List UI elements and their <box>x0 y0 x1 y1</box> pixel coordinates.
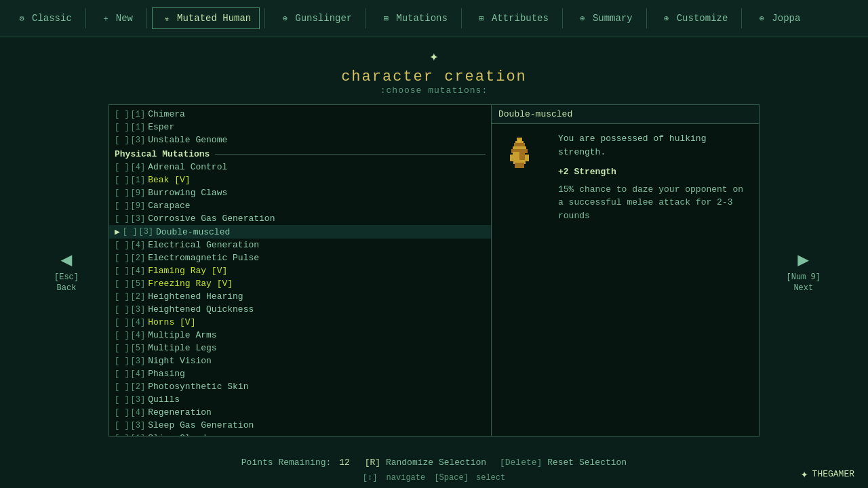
description-content: You are possessed of hulking strength. +… <box>492 124 759 230</box>
mutation-item-electrical_generation[interactable]: [ ][4]Electrical Generation <box>109 239 491 251</box>
checkbox: [ ] <box>115 331 130 340</box>
nav-item-summary[interactable]: ⊕Summary <box>568 7 642 29</box>
point-cost: [3] <box>131 395 146 405</box>
checkbox: [ ] <box>115 305 130 314</box>
point-cost: [3] <box>131 357 146 366</box>
nav-item-gunslinger[interactable]: ⊕Gunslinger <box>270 7 361 29</box>
mutation-item-multiple_legs[interactable]: [ ][5]Multiple Legs <box>109 342 491 354</box>
nav-label-mutated: Mutated Human <box>177 13 251 24</box>
nav-icon-new: ＋ <box>100 12 112 24</box>
point-cost: [2] <box>131 253 146 263</box>
point-cost: [5] <box>131 279 146 289</box>
mutation-item-sleep_gas_generation[interactable]: [ ][3]Sleep Gas Generation <box>109 419 491 432</box>
mutation-item-chimera[interactable]: [ ][1]Chimera <box>109 108 491 121</box>
checkbox: [ ] <box>115 176 130 185</box>
nav-icon-classic: ⚙ <box>16 12 28 24</box>
nav-divider-4 <box>461 8 462 28</box>
nav-divider-6 <box>646 8 647 28</box>
brand-icon: ✦ <box>801 466 808 481</box>
point-cost: [4] <box>131 369 146 379</box>
nav-icon-gunslinger: ⊕ <box>279 12 291 24</box>
mutation-name: Photosynthetic Skin <box>148 382 248 392</box>
svg-rect-9 <box>510 155 514 161</box>
point-cost: [9] <box>131 188 146 198</box>
back-nav[interactable]: ◀ [Esc] Back <box>54 248 79 293</box>
mutation-name: Night Vision <box>148 356 212 366</box>
points-value: 12 <box>339 458 350 468</box>
description-panel: Double-muscled <box>492 104 760 436</box>
mutation-item-double-muscled[interactable]: ▶[ ][3]Double-muscled <box>109 225 491 239</box>
top-navigation: ⚙Classic＋New☣Mutated Human⊕Gunslinger⊞Mu… <box>0 0 868 37</box>
nav-divider-5 <box>562 8 563 28</box>
mutation-item-adrenal_control[interactable]: [ ][4]Adrenal Control <box>109 161 491 174</box>
category-physical-mutations[interactable]: Physical Mutations <box>109 146 491 161</box>
mutation-item-beak_[v][interactable]: [ ][1]Beak [V] <box>109 174 491 186</box>
mutation-name: Horns [V] <box>148 317 195 327</box>
delete-key[interactable]: [Delete] <box>500 458 542 468</box>
content-area: ◀ [Esc] Back [ ][1]Chimera[ ][1]Esper[ ]… <box>108 104 760 436</box>
nav-item-new[interactable]: ＋New <box>91 7 142 29</box>
mutation-item-horns_[v][interactable]: [ ][4]Horns [V] <box>109 316 491 329</box>
nav-item-mutated[interactable]: ☣Mutated Human <box>152 7 260 29</box>
mutation-item-quills[interactable]: [ ][3]Quills <box>109 393 491 406</box>
mutation-item-slime_glands[interactable]: [ ][1]Slime Glands <box>109 432 491 436</box>
nav-divider-7 <box>741 8 742 28</box>
mutation-item-photosynthetic_skin[interactable]: [ ][2]Photosynthetic Skin <box>109 380 491 393</box>
nav-item-attributes[interactable]: ⊞Attributes <box>467 7 557 29</box>
mutation-name: Sleep Gas Generation <box>148 420 254 430</box>
randomize-label: Randomize Selection <box>386 458 486 468</box>
brand-name: THEGAMER <box>812 469 854 479</box>
mutation-image <box>501 132 549 193</box>
checkbox: [ ] <box>115 434 130 437</box>
svg-rect-8 <box>515 163 524 168</box>
point-cost: [2] <box>131 382 146 392</box>
nav-divider-0 <box>85 8 86 28</box>
nav-icon-mutated: ☣ <box>161 12 173 24</box>
nav-item-mutations[interactable]: ⊞Mutations <box>371 7 456 29</box>
mutation-name: Heightened Quickness <box>148 304 254 314</box>
points-label: Points Remaining: <box>241 458 332 468</box>
checkbox: [ ] <box>115 357 130 366</box>
mutation-item-heightened_hearing[interactable]: [ ][2]Heightened Hearing <box>109 290 491 303</box>
mutation-name: Corrosive Gas Generation <box>148 214 275 224</box>
mutation-item-esper[interactable]: [ ][1]Esper <box>109 121 491 134</box>
checkbox: [ ] <box>115 369 130 379</box>
nav-label-attributes: Attributes <box>492 13 549 24</box>
nav-divider-2 <box>264 8 265 28</box>
mutation-item-night_vision[interactable]: [ ][3]Night Vision <box>109 354 491 367</box>
point-cost: [4] <box>131 241 146 250</box>
nav-label-new: New <box>116 13 133 24</box>
point-cost: [1] <box>131 123 146 132</box>
checkbox: [ ] <box>115 279 130 289</box>
checkbox: [ ] <box>115 241 130 250</box>
mutation-item-flaming_ray_[v][interactable]: [ ][4]Flaming Ray [V] <box>109 264 491 277</box>
footer-hints: [↕] navigate [Space] select <box>0 473 868 483</box>
mutation-item-regeneration[interactable]: [ ][4]Regeneration <box>109 406 491 419</box>
point-cost: [1] <box>131 176 146 185</box>
checkbox: [ ] <box>115 395 130 405</box>
point-cost: [1] <box>131 434 146 437</box>
nav-divider-1 <box>146 8 147 28</box>
checkbox: [ ] <box>115 344 130 353</box>
mutation-item-multiple_arms[interactable]: [ ][4]Multiple Arms <box>109 329 491 342</box>
mutation-item-electromagnetic_pulse[interactable]: [ ][2]Electromagnetic Pulse <box>109 251 491 264</box>
mutation-name: Adrenal Control <box>148 162 227 172</box>
nav-item-classic[interactable]: ⚙Classic <box>7 7 81 29</box>
mutation-item-heightened_quickness[interactable]: [ ][3]Heightened Quickness <box>109 303 491 316</box>
mutation-item-corrosive_gas_generation[interactable]: [ ][3]Corrosive Gas Generation <box>109 212 491 225</box>
mutation-item-unstable_genome[interactable]: [ ][3]Unstable Genome <box>109 134 491 146</box>
nav-item-joppa[interactable]: ⊕Joppa <box>747 7 809 29</box>
next-nav[interactable]: ▶ [Num 9] Next <box>787 248 821 293</box>
mutation-item-freezing_ray_[v][interactable]: [ ][5]Freezing Ray [V] <box>109 277 491 290</box>
randomize-key[interactable]: [R] <box>365 458 380 468</box>
description-main: You are possessed of hulking strength. <box>558 132 749 159</box>
checkbox: [ ] <box>115 266 130 276</box>
mutation-item-burrowing_claws[interactable]: [ ][9]Burrowing Claws <box>109 186 491 199</box>
svg-rect-10 <box>525 155 529 161</box>
main-content: ✦ character creation :choose mutations: … <box>0 37 868 488</box>
mutation-name: Electromagnetic Pulse <box>148 253 259 263</box>
nav-item-customize[interactable]: ⊕Customize <box>652 7 737 29</box>
mutation-item-carapace[interactable]: [ ][9]Carapace <box>109 199 491 212</box>
point-cost: [1] <box>131 110 146 119</box>
mutation-item-phasing[interactable]: [ ][4]Phasing <box>109 367 491 380</box>
